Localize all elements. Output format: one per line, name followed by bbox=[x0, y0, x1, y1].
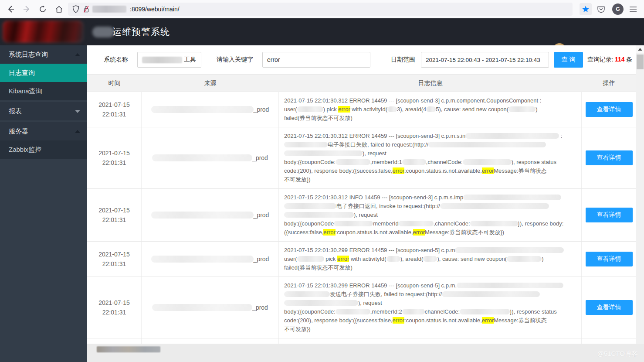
scrollbar-thumb[interactable] bbox=[637, 55, 644, 69]
system-name-input[interactable]: 工具 bbox=[137, 52, 201, 68]
redacted-text bbox=[428, 142, 546, 147]
home-button[interactable] bbox=[53, 3, 64, 15]
log-time-cell: 2021-07-1522:01:31 bbox=[87, 277, 142, 338]
log-text: :coupon.status.is.not.available, bbox=[404, 167, 482, 174]
log-time-cell: 2021-07-1522:01:31 bbox=[87, 242, 142, 277]
log-text: ) bbox=[536, 106, 537, 113]
date-range-input[interactable] bbox=[421, 52, 549, 68]
highlighted-keyword: error bbox=[482, 317, 494, 324]
log-message-cell: 2021-07-15 22:01:30.312 INFO 14459 --- [… bbox=[279, 189, 582, 241]
highlighted-keyword: error bbox=[337, 256, 349, 262]
redacted-text bbox=[284, 291, 330, 297]
redacted-text bbox=[284, 203, 336, 209]
browser-account-avatar[interactable]: G bbox=[612, 3, 624, 15]
log-text: code:(200), response body:({success:fals… bbox=[284, 167, 393, 174]
log-text: ) pick bbox=[323, 106, 339, 113]
column-header-time: 时间 bbox=[87, 75, 142, 92]
sidebar-item-服务器[interactable]: 服务器 bbox=[0, 122, 87, 140]
table-row: 2021-07-15 22:01:30.299 INFO 14459 --- [… bbox=[87, 338, 636, 344]
sidebar-item-Zabbix监控[interactable]: Zabbix监控 bbox=[0, 140, 87, 159]
log-text: :coupon.status.is.not.available, bbox=[336, 229, 413, 236]
sidebar-item-系统日志查询[interactable]: 系统日志查询 bbox=[0, 45, 87, 64]
log-table-body: 2021-07-1522:01:31_prod2021-07-15 22:01:… bbox=[87, 92, 636, 344]
log-time-line: 22:01:31 bbox=[102, 109, 126, 119]
log-time-line: 2021-07-15 bbox=[98, 148, 130, 158]
redacted-source bbox=[152, 154, 252, 161]
pocket-icon[interactable] bbox=[595, 3, 607, 15]
redacted-text bbox=[470, 221, 518, 226]
column-header-message: 日志信息 bbox=[279, 75, 582, 92]
sidebar-item-label: 报表 bbox=[9, 107, 22, 116]
search-button[interactable]: 查 询 bbox=[554, 52, 583, 68]
sidebar-item-Kibana查询[interactable]: Kibana查询 bbox=[0, 82, 87, 100]
redacted-text bbox=[297, 256, 324, 262]
log-message-cell: 2021-07-15 22:01:30.312 ERROR 14459 --- … bbox=[279, 92, 582, 127]
redacted-host bbox=[92, 6, 126, 13]
forward-button[interactable] bbox=[21, 3, 32, 15]
log-text: 2021-07-15 22:01:30.299 ERROR 14459 --- … bbox=[284, 247, 455, 253]
log-text: ,channelCode: bbox=[426, 159, 463, 165]
insecure-lock-icon[interactable] bbox=[83, 5, 90, 13]
log-source-cell bbox=[142, 338, 279, 344]
url-text: :8099/webui/main/ bbox=[130, 6, 180, 13]
log-time-line: 2021-07-15 bbox=[98, 298, 130, 307]
log-action-cell: 查看详情 bbox=[582, 92, 636, 127]
view-details-button[interactable]: 查看详情 bbox=[586, 208, 633, 222]
view-details-button[interactable]: 查看详情 bbox=[586, 252, 633, 266]
result-summary: 查询记录:114条 bbox=[587, 56, 632, 64]
url-bar[interactable]: :8099/webui/main/ bbox=[68, 3, 573, 16]
keyword-input[interactable] bbox=[262, 52, 370, 68]
log-text: :coupon.status.is.not.available, bbox=[404, 317, 482, 324]
sidebar-item-报表[interactable]: 报表 bbox=[0, 102, 87, 120]
date-range-label: 日期范围 bbox=[391, 56, 415, 64]
redacted-text bbox=[387, 106, 397, 112]
table-row: 2021-07-1522:01:31_prod2021-07-15 22:01:… bbox=[87, 127, 636, 189]
highlighted-keyword: error bbox=[323, 229, 335, 236]
log-action-cell: 查看详情 bbox=[582, 127, 636, 188]
back-button[interactable] bbox=[5, 3, 17, 15]
log-text: }), response body: bbox=[518, 220, 564, 227]
log-text: user( bbox=[284, 256, 297, 262]
redacted-text bbox=[399, 221, 434, 226]
view-details-button[interactable]: 查看详情 bbox=[586, 300, 633, 315]
system-name-label: 系统名称 bbox=[104, 56, 128, 64]
log-text: ,memberId:2 bbox=[370, 308, 402, 315]
log-message-cell: 2021-07-15 22:01:30.312 ERROR 14459 --- … bbox=[279, 127, 582, 188]
log-action-cell: 查看详情 bbox=[582, 277, 636, 338]
log-text: 不可发放}) bbox=[284, 326, 311, 332]
redacted-text bbox=[423, 256, 437, 262]
highlighted-keyword: error bbox=[393, 317, 404, 324]
log-source-cell: _prod bbox=[142, 277, 279, 338]
browser-toolbar: :8099/webui/main/ G bbox=[0, 0, 644, 18]
log-text: failed(券当前状态不可发放) bbox=[284, 264, 353, 271]
reload-button[interactable] bbox=[37, 3, 48, 15]
log-action-cell: 查看详情 bbox=[582, 189, 636, 241]
log-text: 发送电子券接口失败, failed to request:(http:// bbox=[330, 291, 442, 297]
log-text: body:({couponCode: bbox=[284, 159, 336, 165]
log-time-line: 22:01:31 bbox=[102, 215, 126, 225]
bookmark-star-icon[interactable] bbox=[580, 3, 592, 15]
view-details-button[interactable]: 查看详情 bbox=[586, 150, 633, 165]
log-text: ), request bbox=[358, 300, 382, 306]
redacted-text bbox=[402, 309, 425, 314]
log-source-suffix: _prod bbox=[254, 212, 269, 219]
redacted-text bbox=[426, 106, 436, 112]
shield-icon[interactable] bbox=[72, 5, 79, 13]
scrollbar[interactable] bbox=[636, 45, 644, 344]
log-time-cell bbox=[87, 338, 142, 344]
log-text: code:(200), response body:({success:fals… bbox=[284, 317, 393, 324]
menu-hamburger-icon[interactable] bbox=[627, 3, 639, 15]
result-count: 114 bbox=[613, 56, 626, 63]
chevron-up-icon bbox=[75, 53, 80, 56]
chevron-up-icon bbox=[638, 48, 642, 51]
redacted-text bbox=[284, 142, 328, 147]
redacted-text bbox=[297, 106, 323, 112]
app-header: 运维预警系统 guodong 退出 bbox=[0, 18, 644, 45]
log-action-cell bbox=[582, 338, 636, 344]
scrollbar-up-button[interactable] bbox=[636, 45, 644, 53]
view-details-button[interactable]: 查看详情 bbox=[586, 102, 633, 117]
sidebar-item-日志查询[interactable]: 日志查询 bbox=[0, 64, 87, 82]
log-time-line: 2021-07-15 bbox=[98, 249, 130, 259]
table-row: 2021-07-1522:01:31_prod2021-07-15 22:01:… bbox=[87, 189, 636, 242]
log-source-suffix: _prod bbox=[254, 256, 269, 263]
